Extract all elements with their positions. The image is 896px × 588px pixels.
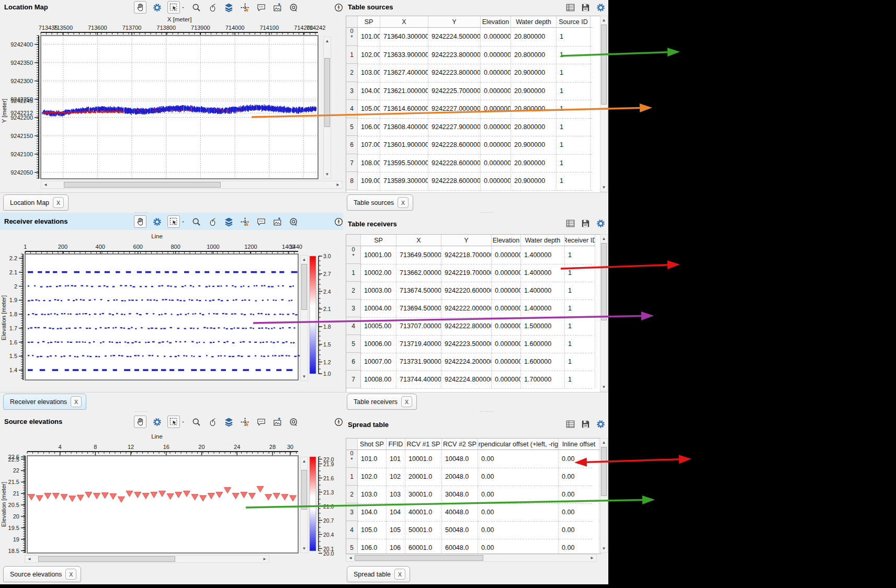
table-cell[interactable]: 60001.0 bbox=[405, 539, 442, 554]
save-icon[interactable] bbox=[580, 2, 591, 13]
compass-icon[interactable] bbox=[333, 416, 343, 428]
row-header[interactable]: 1 bbox=[346, 264, 361, 282]
table-cell[interactable]: 0.000000 bbox=[481, 118, 511, 136]
row-header[interactable]: 3 bbox=[346, 299, 361, 317]
table-cell[interactable]: 1 bbox=[557, 118, 591, 136]
lasso-mouse-icon[interactable] bbox=[207, 416, 218, 428]
row-header[interactable]: 6 bbox=[346, 353, 361, 371]
table-cell[interactable]: 0.00 bbox=[559, 503, 599, 521]
column-header[interactable]: Receiver ID bbox=[565, 235, 595, 246]
row-header[interactable]: 7 bbox=[346, 154, 358, 172]
table-cell[interactable]: 104.00 bbox=[358, 82, 380, 100]
lasso-mouse-icon[interactable] bbox=[207, 216, 218, 227]
close-icon[interactable]: X bbox=[65, 569, 76, 580]
table-cell[interactable]: 9242223.800000 bbox=[428, 46, 481, 64]
row-header[interactable]: 5 bbox=[346, 335, 361, 353]
data-table-icon[interactable] bbox=[564, 418, 576, 430]
table-cell[interactable]: 0.000000 bbox=[481, 172, 511, 190]
settings-gear-icon[interactable] bbox=[151, 416, 163, 428]
tab-spread-table[interactable]: Spread table X bbox=[347, 566, 410, 582]
pan-hand-icon[interactable] bbox=[134, 1, 146, 14]
scroll-thumb[interactable] bbox=[324, 58, 330, 127]
table-cell[interactable]: 9242218.700000 bbox=[441, 246, 492, 264]
location-map-chart[interactable]: X [meter]7135007136007137007138007139007… bbox=[0, 14, 343, 184]
column-header[interactable]: Water depth bbox=[511, 16, 557, 28]
table-cell[interactable]: 1 bbox=[565, 246, 595, 264]
row-header[interactable]: 1 bbox=[346, 46, 358, 64]
table-cell[interactable]: 10001.0 bbox=[405, 450, 442, 468]
table-cell[interactable]: 40048.0 bbox=[442, 503, 478, 521]
table-cell[interactable]: 20.900000 bbox=[511, 172, 557, 190]
table-cell[interactable]: 9242223.800000 bbox=[428, 64, 481, 82]
table-cell[interactable]: 50048.0 bbox=[442, 521, 478, 539]
scroll-up-icon[interactable]: ▲ bbox=[301, 458, 308, 465]
table-cell[interactable]: 50001.0 bbox=[405, 521, 442, 539]
receiver-elevations-chart[interactable]: Line120040060080010001200140014402.22.12… bbox=[0, 230, 343, 392]
table-cell[interactable]: 10007.00 bbox=[361, 353, 396, 371]
close-icon[interactable]: X bbox=[401, 396, 412, 407]
row-header[interactable]: 0▼ bbox=[346, 28, 358, 46]
column-header[interactable]: Elevation bbox=[481, 16, 511, 28]
measure-loupe-icon[interactable] bbox=[288, 416, 299, 428]
table-cell[interactable]: 1.400000 bbox=[521, 246, 565, 264]
table-cell[interactable]: 1 bbox=[557, 46, 591, 64]
table-cell[interactable]: 713601.900000 bbox=[380, 136, 428, 154]
table-cell[interactable]: 1.500000 bbox=[521, 317, 565, 335]
scroll-down-icon[interactable]: ▼ bbox=[600, 184, 607, 191]
data-table-icon[interactable] bbox=[564, 2, 576, 13]
table-cell[interactable]: 9242228.600000 bbox=[428, 172, 481, 190]
table-cell[interactable]: 0.000000 bbox=[481, 136, 511, 154]
table-cell[interactable]: 9242228.600000 bbox=[428, 154, 481, 172]
table-cell[interactable]: 1.400000 bbox=[521, 264, 565, 282]
table-cell[interactable]: 20048.0 bbox=[442, 468, 478, 486]
chevron-down-icon[interactable] bbox=[180, 216, 186, 227]
table-cell[interactable]: 0.00 bbox=[478, 539, 559, 554]
table-cell[interactable]: 106.00 bbox=[358, 118, 380, 136]
table-cell[interactable]: 107.00 bbox=[358, 136, 380, 154]
table-cell[interactable]: 1 bbox=[557, 154, 591, 172]
table-cell[interactable]: 713608.400000 bbox=[380, 118, 428, 136]
select-region-icon[interactable] bbox=[167, 416, 180, 428]
table-cell[interactable]: 0.00 bbox=[478, 450, 559, 468]
table-cell[interactable]: 0.000000 bbox=[481, 28, 511, 46]
zoom-magnifier-icon[interactable] bbox=[190, 416, 202, 428]
tab-source-elevations[interactable]: Source elevations X bbox=[3, 566, 81, 582]
scroll-up-icon[interactable]: ▲ bbox=[600, 17, 607, 24]
column-header[interactable]: SP bbox=[361, 235, 396, 246]
save-icon[interactable] bbox=[580, 217, 591, 229]
table-cell[interactable]: 10008.00 bbox=[361, 371, 396, 388]
table-cell[interactable]: 20.800000 bbox=[511, 118, 557, 136]
export-image-icon[interactable] bbox=[271, 416, 283, 428]
settings-gear-icon[interactable] bbox=[595, 2, 606, 13]
table-cell[interactable]: 60048.0 bbox=[442, 539, 478, 554]
measure-loupe-icon[interactable] bbox=[288, 2, 299, 13]
settings-gear-icon[interactable] bbox=[151, 2, 163, 13]
table-cell[interactable]: 9242222.000000 bbox=[441, 299, 492, 317]
source-elevations-hscrollbar[interactable]: ◄ ► bbox=[25, 555, 269, 563]
table-cell[interactable]: 1.600000 bbox=[521, 353, 565, 371]
row-header[interactable]: 8 bbox=[346, 172, 358, 190]
scroll-thumb[interactable] bbox=[601, 447, 607, 496]
column-header[interactable]: Y bbox=[441, 235, 492, 246]
table-cell[interactable]: 0.00 bbox=[559, 521, 599, 539]
pan-hand-icon[interactable] bbox=[134, 416, 146, 428]
comment-bubble-icon[interactable] bbox=[255, 416, 267, 428]
column-header[interactable]: Source ID bbox=[557, 16, 591, 28]
row-header[interactable]: 2 bbox=[346, 486, 358, 503]
comment-bubble-icon[interactable] bbox=[255, 2, 267, 13]
table-cell[interactable]: 9242222.800000 bbox=[441, 317, 492, 335]
table-cell[interactable]: 20.800000 bbox=[511, 100, 557, 118]
row-header[interactable]: 5 bbox=[346, 118, 358, 136]
table-cell[interactable]: 1.600000 bbox=[521, 335, 565, 353]
table-cell[interactable]: 10006.00 bbox=[361, 335, 396, 353]
table-cell[interactable]: 0.000000 bbox=[492, 371, 521, 388]
table-cell[interactable]: 1.400000 bbox=[521, 282, 565, 299]
select-region-icon[interactable] bbox=[167, 215, 180, 228]
table-cell[interactable]: 9242225.700000 bbox=[428, 82, 481, 100]
table-cell[interactable]: 1 bbox=[557, 100, 591, 118]
table-cell[interactable]: 101 bbox=[387, 450, 405, 468]
table-cell[interactable]: 1.400000 bbox=[521, 299, 565, 317]
table-cell[interactable]: 0.000000 bbox=[492, 299, 521, 317]
table-cell[interactable]: 103 bbox=[387, 486, 405, 503]
table-cell[interactable]: 9242219.700000 bbox=[441, 264, 492, 282]
